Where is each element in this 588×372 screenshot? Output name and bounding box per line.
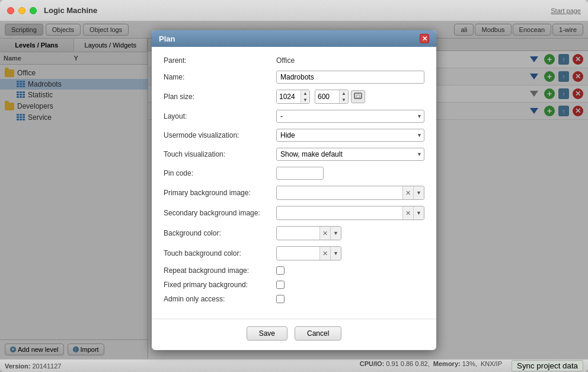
plan-height-input[interactable] (315, 90, 339, 103)
layout-row: Layout: - ▼ (164, 110, 424, 123)
secondary-bg-browse[interactable]: ▼ (413, 206, 424, 220)
usermode-select-wrap: Hide Show ▼ (276, 129, 424, 142)
fixed-primary-label: Fixed primary background: (164, 281, 276, 289)
primary-bg-input[interactable] (277, 186, 402, 199)
touch-viz-select[interactable]: Show, make default Hide Show (276, 148, 424, 161)
pin-input[interactable] (276, 167, 324, 180)
height-down[interactable]: ▼ (340, 97, 348, 103)
repeat-bg-row: Repeat background image: (164, 266, 424, 275)
statusbar-right: CPU/IO: 0.91 0.86 0.82, Memory: 13%, KNX… (360, 360, 583, 371)
fixed-primary-checkbox[interactable] (276, 281, 285, 289)
touch-bg-box[interactable] (277, 247, 319, 260)
sync-button[interactable]: Sync project data (512, 360, 583, 371)
bg-color-row: Background color: ✕ ▼ (164, 226, 424, 240)
secondary-bg-clear[interactable]: ✕ (402, 206, 413, 220)
touch-viz-label: Touch visualization: (164, 150, 276, 158)
usermode-label: Usermode visualization: (164, 131, 276, 139)
touch-viz-select-wrap: Show, make default Hide Show ▼ (276, 148, 424, 161)
primary-bg-wrap: ✕ ▼ (276, 186, 424, 200)
name-input[interactable] (276, 71, 424, 84)
plan-size-controls: ▲ ▼ ▲ ▼ (276, 90, 365, 104)
pin-row: Pin code: (164, 167, 424, 180)
pin-label: Pin code: (164, 169, 276, 177)
touch-viz-row: Touch visualization: Show, make default … (164, 148, 424, 161)
name-label: Name: (164, 73, 276, 81)
modal-footer: Save Cancel (152, 319, 436, 350)
aspect-icon (354, 93, 362, 101)
touch-bg-wrap: ✕ ▼ (276, 246, 341, 260)
aspect-ratio-button[interactable] (351, 90, 365, 103)
plan-width-input[interactable] (277, 90, 301, 103)
primary-bg-row: Primary background image: ✕ ▼ (164, 186, 424, 200)
width-input-wrap: ▲ ▼ (276, 90, 310, 104)
primary-bg-clear[interactable]: ✕ (402, 186, 413, 199)
layout-select-wrap: - ▼ (276, 110, 424, 123)
touch-bg-label: Touch background color: (164, 249, 276, 257)
parent-row: Parent: Office (164, 56, 424, 65)
repeat-bg-wrap (276, 266, 285, 275)
cpu-info: CPU/IO: 0.91 0.86 0.82, Memory: 13%, KNX… (360, 360, 502, 371)
height-spinners: ▲ ▼ (339, 90, 348, 103)
width-up[interactable]: ▲ (301, 90, 309, 97)
app-title: Logic Machine (44, 6, 551, 15)
minimize-button[interactable] (18, 7, 25, 14)
modal-close-button[interactable]: ✕ (420, 34, 429, 43)
secondary-bg-row: Secondary background image: ✕ ▼ (164, 206, 424, 220)
close-button[interactable] (7, 7, 14, 14)
bg-color-wrap: ✕ ▼ (276, 226, 341, 240)
plan-size-row: Plan size: ▲ ▼ ▲ ▼ (164, 90, 424, 104)
traffic-lights (7, 7, 37, 14)
layout-select[interactable]: - (276, 110, 424, 123)
titlebar: Logic Machine Start page (0, 0, 588, 21)
svg-rect-28 (356, 95, 360, 98)
modal-header: Plan ✕ (152, 30, 436, 47)
usermode-row: Usermode visualization: Hide Show ▼ (164, 129, 424, 142)
usermode-select[interactable]: Hide Show (276, 129, 424, 142)
fixed-primary-wrap (276, 281, 285, 289)
parent-label: Parent: (164, 56, 276, 65)
bg-color-box[interactable] (277, 227, 319, 240)
bg-color-label: Background color: (164, 229, 276, 237)
touch-bg-clear[interactable]: ✕ (319, 247, 330, 260)
save-button[interactable]: Save (247, 326, 287, 341)
maximize-button[interactable] (30, 7, 37, 14)
plan-size-label: Plan size: (164, 93, 276, 101)
primary-bg-label: Primary background image: (164, 189, 276, 197)
modal-overlay: Plan ✕ Parent: Office Name: Plan size: (0, 21, 588, 359)
height-input-wrap: ▲ ▼ (315, 90, 349, 104)
admin-only-label: Admin only access: (164, 295, 276, 303)
width-spinners: ▲ ▼ (301, 90, 309, 103)
modal-body: Parent: Office Name: Plan size: ▲ ▼ (152, 47, 436, 319)
layout-label: Layout: (164, 112, 276, 120)
height-up[interactable]: ▲ (340, 90, 348, 97)
cancel-button[interactable]: Cancel (295, 326, 341, 341)
bg-color-pick[interactable]: ▼ (330, 227, 341, 240)
admin-only-wrap (276, 295, 285, 303)
parent-value: Office (276, 56, 295, 65)
secondary-bg-input[interactable] (277, 206, 402, 220)
start-page-link[interactable]: Start page (551, 7, 581, 14)
bg-color-clear[interactable]: ✕ (319, 227, 330, 240)
plan-modal: Plan ✕ Parent: Office Name: Plan size: (152, 30, 436, 350)
repeat-bg-label: Repeat background image: (164, 266, 276, 275)
primary-bg-browse[interactable]: ▼ (413, 186, 424, 199)
repeat-bg-checkbox[interactable] (276, 266, 285, 275)
admin-only-row: Admin only access: (164, 295, 424, 303)
statusbar: Version: 20141127 CPU/IO: 0.91 0.86 0.82… (0, 359, 588, 372)
secondary-bg-wrap: ✕ ▼ (276, 206, 424, 220)
version-label: Version: 20141127 (5, 363, 61, 370)
touch-bg-row: Touch background color: ✕ ▼ (164, 246, 424, 260)
touch-bg-pick[interactable]: ▼ (330, 247, 341, 260)
fixed-primary-row: Fixed primary background: (164, 281, 424, 289)
width-down[interactable]: ▼ (301, 97, 309, 103)
admin-only-checkbox[interactable] (276, 295, 285, 303)
modal-title: Plan (159, 34, 175, 43)
name-row: Name: (164, 71, 424, 84)
secondary-bg-label: Secondary background image: (164, 209, 276, 217)
